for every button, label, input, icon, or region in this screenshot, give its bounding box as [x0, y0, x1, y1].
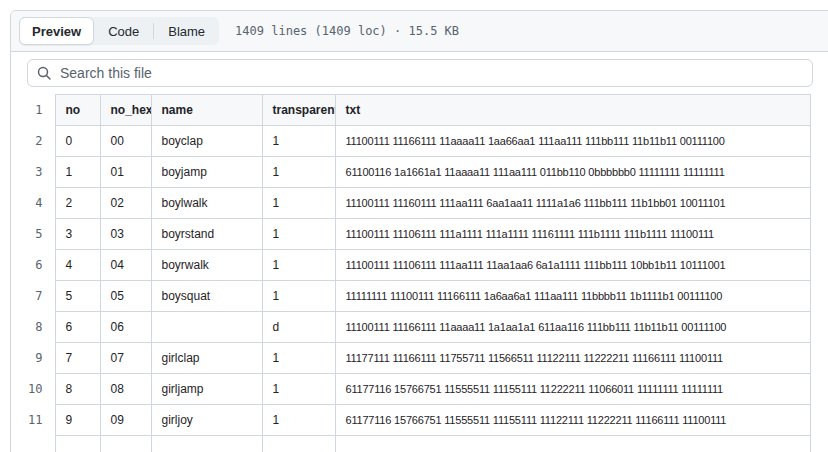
- table-row: 7 5 05 boysquat 1 11111111 11100111 1116…: [11, 281, 811, 312]
- cell-no-hex: [100, 436, 151, 452]
- column-header-name: name: [151, 95, 262, 126]
- cell-no: 8: [55, 374, 100, 405]
- cell-no: [55, 436, 100, 452]
- column-header-transparent: transparent: [262, 95, 335, 126]
- cell-transparent: 1: [262, 219, 335, 250]
- search-box[interactable]: [27, 59, 813, 87]
- cell-transparent: 1: [262, 281, 335, 312]
- cell-name: girljamp: [151, 374, 262, 405]
- line-number: 2: [11, 126, 55, 157]
- tab-code[interactable]: Code: [94, 17, 153, 45]
- cell-transparent: d: [262, 312, 335, 343]
- table-header-row: 1 no no_hex name transparent txt: [11, 95, 811, 126]
- cell-no: 4: [55, 250, 100, 281]
- cell-no: 5: [55, 281, 100, 312]
- cell-name: boyclap: [151, 126, 262, 157]
- cell-no-hex: 01: [100, 157, 151, 188]
- cell-no-hex: 05: [100, 281, 151, 312]
- line-number: 3: [11, 157, 55, 188]
- file-search-row: [11, 52, 828, 94]
- line-number: 9: [11, 343, 55, 374]
- file-toolbar: Preview Code Blame 1409 lines (1409 loc)…: [11, 11, 828, 52]
- table-row: 4 2 02 boylwalk 1 11100111 11160111 111a…: [11, 188, 811, 219]
- cell-no-hex: 06: [100, 312, 151, 343]
- cell-no-hex: 08: [100, 374, 151, 405]
- cell-transparent: 1: [262, 343, 335, 374]
- cell-name: boyrwalk: [151, 250, 262, 281]
- cell-name: boyjamp: [151, 157, 262, 188]
- line-number: 7: [11, 281, 55, 312]
- search-input[interactable]: [60, 65, 804, 81]
- csv-table: 1 no no_hex name transparent txt 2 0 00 …: [11, 94, 811, 452]
- cell-txt: 61100116 1a1661a1 11aaaa11 111aa111 011b…: [335, 157, 811, 188]
- cell-name: boysquat: [151, 281, 262, 312]
- cell-no: 6: [55, 312, 100, 343]
- line-number: 11: [11, 405, 55, 436]
- cell-no-hex: 04: [100, 250, 151, 281]
- magnifier-icon: [36, 65, 52, 81]
- table-row: 2 0 00 boyclap 1 11100111 11166111 11aaa…: [11, 126, 811, 157]
- cell-name: girlclap: [151, 343, 262, 374]
- cell-name: boylwalk: [151, 188, 262, 219]
- line-number: 10: [11, 374, 55, 405]
- table-row: 8 6 06 d 11100111 11166111 11aaaa11 1a1a…: [11, 312, 811, 343]
- cell-no-hex: 02: [100, 188, 151, 219]
- cell-no: 7: [55, 343, 100, 374]
- cell-txt: 11177111 11166111 11755711 11566511 1112…: [335, 343, 811, 374]
- cell-transparent: [262, 436, 335, 452]
- column-header-txt: txt: [335, 95, 811, 126]
- cell-no: 3: [55, 219, 100, 250]
- view-mode-segmented-control: Preview Code Blame: [19, 17, 219, 45]
- cell-txt: [335, 436, 811, 452]
- tab-blame[interactable]: Blame: [154, 17, 219, 45]
- line-number: 4: [11, 188, 55, 219]
- table-row: 11 9 09 girljoy 1 61177116 15766751 1155…: [11, 405, 811, 436]
- table-row: 3 1 01 boyjamp 1 61100116 1a1661a1 11aaa…: [11, 157, 811, 188]
- cell-txt: 11111111 11100111 11166111 1a6aa6a1 111a…: [335, 281, 811, 312]
- csv-table-container: 1 no no_hex name transparent txt 2 0 00 …: [11, 94, 828, 452]
- file-view-container: Preview Code Blame 1409 lines (1409 loc)…: [10, 10, 828, 452]
- cell-no: 1: [55, 157, 100, 188]
- line-number: 1: [11, 95, 55, 126]
- cell-txt: 11100111 11106111 111a1111 111a1111 1116…: [335, 219, 811, 250]
- table-row: 6 4 04 boyrwalk 1 11100111 11106111 111a…: [11, 250, 811, 281]
- cell-transparent: 1: [262, 126, 335, 157]
- table-body: 2 0 00 boyclap 1 11100111 11166111 11aaa…: [11, 126, 811, 452]
- line-number: 5: [11, 219, 55, 250]
- cell-no-hex: 07: [100, 343, 151, 374]
- cell-txt: 11100111 11106111 111aa111 11aa1aa6 6a1a…: [335, 250, 811, 281]
- cell-transparent: 1: [262, 157, 335, 188]
- cell-no-hex: 00: [100, 126, 151, 157]
- cell-name: [151, 436, 262, 452]
- cell-transparent: 1: [262, 188, 335, 219]
- cell-txt: 11100111 11166111 11aaaa11 1aa66aa1 111a…: [335, 126, 811, 157]
- file-size-info: 1409 lines (1409 loc) · 15.5 KB: [235, 24, 459, 38]
- cell-txt: 11100111 11166111 11aaaa11 1a1aa1a1 611a…: [335, 312, 811, 343]
- cell-no: 9: [55, 405, 100, 436]
- tab-preview[interactable]: Preview: [19, 17, 94, 45]
- table-row: [11, 436, 811, 452]
- column-header-no-hex: no_hex: [100, 95, 151, 126]
- cell-name: girljoy: [151, 405, 262, 436]
- column-header-no: no: [55, 95, 100, 126]
- cell-no-hex: 03: [100, 219, 151, 250]
- line-number: 6: [11, 250, 55, 281]
- cell-transparent: 1: [262, 405, 335, 436]
- cell-no-hex: 09: [100, 405, 151, 436]
- cell-no: 0: [55, 126, 100, 157]
- cell-name: [151, 312, 262, 343]
- cell-txt: 61177116 15766751 11555511 11155111 1112…: [335, 405, 811, 436]
- table-row: 10 8 08 girljamp 1 61177116 15766751 115…: [11, 374, 811, 405]
- line-number: [11, 436, 55, 452]
- cell-transparent: 1: [262, 374, 335, 405]
- cell-transparent: 1: [262, 250, 335, 281]
- cell-no: 2: [55, 188, 100, 219]
- table-row: 5 3 03 boyrstand 1 11100111 11106111 111…: [11, 219, 811, 250]
- table-row: 9 7 07 girlclap 1 11177111 11166111 1175…: [11, 343, 811, 374]
- line-number: 8: [11, 312, 55, 343]
- cell-txt: 11100111 11160111 111aa111 6aa1aa11 1111…: [335, 188, 811, 219]
- cell-txt: 61177116 15766751 11555511 11155111 1122…: [335, 374, 811, 405]
- cell-name: boyrstand: [151, 219, 262, 250]
